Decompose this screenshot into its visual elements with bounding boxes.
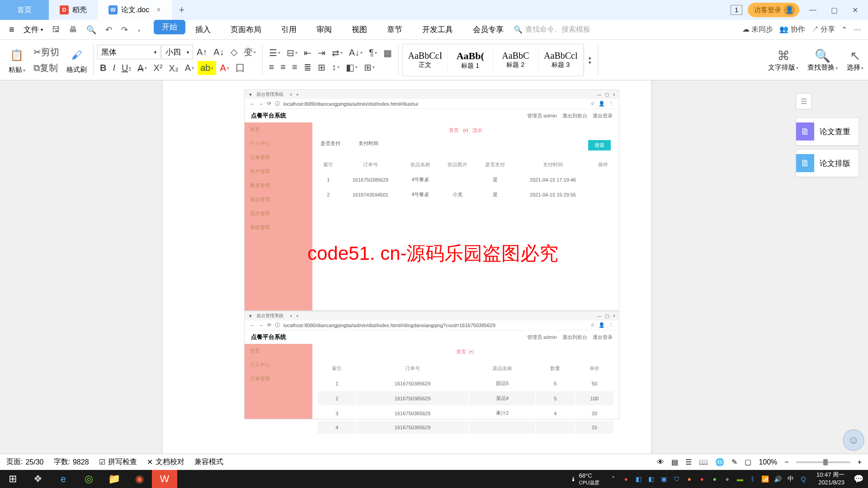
proof-button[interactable]: ✕ 文档校对 <box>147 457 184 467</box>
menu-layout[interactable]: 页面布局 <box>221 20 271 40</box>
eye-icon[interactable]: 👁 <box>657 458 664 466</box>
zoom-slider[interactable] <box>796 461 850 463</box>
weather-widget[interactable]: 🌡 68°CCPU温度 <box>565 472 605 486</box>
share-button[interactable]: ↗ 分享 <box>811 25 835 34</box>
font-color-icon[interactable]: A <box>217 61 231 75</box>
preview-icon[interactable]: 🔍 <box>82 25 101 35</box>
page-indicator[interactable]: 页面: 25/30 <box>6 457 44 467</box>
style-scroll-icon[interactable]: ▴▾ <box>586 54 594 66</box>
edit-icon[interactable]: ✎ <box>731 458 737 466</box>
obs-icon[interactable]: ❖ <box>25 470 51 488</box>
border-icon[interactable]: ▦ <box>381 47 395 59</box>
numbering-icon[interactable]: ⊟ <box>284 47 300 59</box>
close-icon[interactable]: × <box>156 6 160 14</box>
tab-paper[interactable]: W 论文.doc × <box>98 0 172 20</box>
menu-chapter[interactable]: 章节 <box>377 20 412 40</box>
print-icon[interactable]: 🖶 <box>65 25 82 34</box>
panel-toggle-icon[interactable]: ☰ <box>796 93 812 109</box>
show-marks-icon[interactable]: ¶ <box>366 47 380 59</box>
italic-icon[interactable]: I <box>110 61 118 75</box>
tab-docai[interactable]: D 稻壳 <box>49 0 98 20</box>
tray-app7[interactable]: ● <box>710 474 720 484</box>
strikethrough-icon[interactable]: A̶ <box>135 61 150 75</box>
text-effect-icon[interactable]: A <box>182 61 197 75</box>
style-h1[interactable]: AaBb(标题 1 <box>448 44 493 76</box>
view-web-icon[interactable]: 🌐 <box>715 458 724 466</box>
font-size-select[interactable]: 小四▾ <box>161 45 193 59</box>
close-button[interactable]: ✕ <box>848 4 863 16</box>
tray-app6[interactable]: ● <box>697 474 707 484</box>
tray-app1[interactable]: ● <box>621 474 631 484</box>
superscript-icon[interactable]: X² <box>151 61 165 75</box>
tray-app4[interactable]: ▣ <box>659 474 669 484</box>
clear-format-icon[interactable]: ◇ <box>228 45 240 59</box>
bullets-icon[interactable]: ☰ <box>266 47 283 59</box>
word-count[interactable]: 字数: 9828 <box>54 457 89 467</box>
undo-icon[interactable]: ↶ <box>101 25 117 35</box>
explorer-icon[interactable]: 📁 <box>101 470 127 488</box>
tray-q-icon[interactable]: Q <box>798 474 808 484</box>
indent-icon[interactable]: ⇥ <box>315 47 328 59</box>
redo-icon[interactable]: ↷ <box>117 25 132 35</box>
menu-start[interactable]: 开始 <box>154 20 185 34</box>
view-page-icon[interactable]: ▤ <box>671 458 678 466</box>
more-quick-icon[interactable] <box>132 25 145 34</box>
sort-icon[interactable]: A↓ <box>346 47 365 59</box>
shrink-font-icon[interactable]: A↓ <box>211 45 226 59</box>
document-area[interactable]: ▼后台管理系统×+—▢× ←→⟳ⓘlocalhost:8080/diancang… <box>0 80 868 461</box>
select-button[interactable]: ↖选择 <box>847 48 863 72</box>
wps-icon[interactable]: W <box>152 470 177 488</box>
copy-button[interactable]: ⧉ 复制 <box>31 61 62 75</box>
edge-icon[interactable]: ◎ <box>76 470 101 488</box>
underline-icon[interactable]: U <box>119 61 134 75</box>
menu-insert[interactable]: 插入 <box>185 20 221 40</box>
justify-icon[interactable]: ≣ <box>301 61 314 74</box>
cut-button[interactable]: ✂ 剪切 <box>31 45 62 59</box>
tray-shield-icon[interactable]: 🛡 <box>672 474 682 484</box>
login-button[interactable]: 访客登录 👤 <box>748 3 799 17</box>
tray-nvidia-icon[interactable]: ▬ <box>735 474 745 484</box>
spellcheck-toggle[interactable]: ☑ 拼写检查 <box>99 457 137 467</box>
borders-icon[interactable]: ⊞ <box>361 61 377 74</box>
font-name-select[interactable]: 黑体▾ <box>97 45 160 59</box>
menu-reference[interactable]: 引用 <box>271 20 307 40</box>
view-read-icon[interactable]: 📖 <box>699 458 708 466</box>
volume-icon[interactable]: 🔊 <box>773 474 783 484</box>
ie-icon[interactable]: ｅ <box>51 470 76 488</box>
thesis-layout-button[interactable]: 🗎论文排版 <box>796 149 859 177</box>
zoom-in-icon[interactable]: + <box>858 458 862 466</box>
file-menu[interactable]: 文件▾ <box>19 24 47 35</box>
asian-layout-icon[interactable]: ⇄ <box>329 47 345 59</box>
bluetooth-icon[interactable]: ᛒ <box>748 474 758 484</box>
sync-status[interactable]: ☁ 未同步 <box>742 25 773 34</box>
grow-font-icon[interactable]: A↑ <box>194 45 210 59</box>
notifications-icon[interactable]: 💬 <box>849 470 868 488</box>
tray-up-icon[interactable]: ˄ <box>609 474 618 484</box>
find-replace-button[interactable]: 🔍查找替换 <box>807 48 838 72</box>
minimize-button[interactable]: — <box>805 4 821 16</box>
paste-icon[interactable]: 📋 <box>7 46 26 65</box>
zoom-value[interactable]: 100% <box>759 458 777 466</box>
collapse-ribbon-icon[interactable]: ⌃ <box>841 25 847 34</box>
distribute-icon[interactable]: ⊞ <box>315 61 328 74</box>
format-brush-icon[interactable]: 🖌 <box>67 46 86 65</box>
view-outline-icon[interactable]: ☰ <box>685 458 692 466</box>
thesis-check-button[interactable]: 🗎论文查重 <box>796 117 859 145</box>
paste-label[interactable]: 粘贴 <box>9 66 25 74</box>
menu-view[interactable]: 视图 <box>342 20 377 40</box>
clock[interactable]: 10:47 周一 2021/8/23 <box>812 471 849 487</box>
style-gallery[interactable]: AaBbCcI正文 AaBb(标题 1 AaBbC标题 2 AaBbCcl标题 … <box>402 44 584 76</box>
line-spacing-icon[interactable]: ↕ <box>329 61 342 74</box>
fit-icon[interactable]: ▢ <box>745 458 751 466</box>
tab-home[interactable]: 首页 <box>0 0 49 20</box>
app-icon[interactable]: ◉ <box>127 470 152 488</box>
start-button[interactable]: ⊞ <box>0 470 25 488</box>
outdent-icon[interactable]: ⇤ <box>301 47 314 59</box>
window-count-badge[interactable]: 1 <box>731 5 742 15</box>
subscript-icon[interactable]: X₂ <box>166 61 181 75</box>
style-normal[interactable]: AaBbCcI正文 <box>403 44 448 76</box>
ime-icon[interactable]: 中 <box>786 474 796 484</box>
command-search[interactable]: 🔍 查找命令、搜索模板 <box>514 25 590 34</box>
collab-button[interactable]: 👥 协作 <box>779 25 805 34</box>
shading-icon[interactable]: ◧ <box>343 61 360 74</box>
